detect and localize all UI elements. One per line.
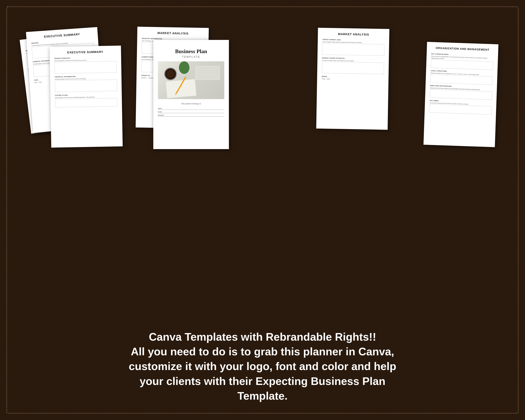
plant-decoration (179, 61, 189, 74)
business-field-row: Business (158, 114, 224, 117)
name-field-label: Name (158, 108, 169, 109)
exec-summary-title-back: EXECUTIVE SUMMARY (31, 31, 93, 39)
market2-title: MARKET ANALYSIS (323, 32, 385, 36)
cover-title-main: Business Plan (158, 48, 224, 55)
keyboard-decoration (195, 65, 220, 80)
exec-summary-title-front: EXECUTIVE SUMMARY (54, 50, 116, 54)
notebook-decoration (166, 79, 196, 98)
belongs-text: This planner belongs to (158, 103, 224, 105)
bottom-line1: Canva Templates with Rebrandable Rights!… (149, 331, 376, 343)
cover-title-sub: TEMPLATE (158, 56, 224, 58)
cover-image-area (158, 61, 224, 99)
bottom-line5: Template. (237, 390, 288, 402)
bottom-text: Canva Templates with Rebrandable Rights!… (13, 329, 512, 403)
bottom-line4: your clients with their Expecting Busine… (140, 375, 385, 387)
business-plan-cover: Business Plan TEMPLATE This planner belo… (153, 40, 229, 149)
name-field-row: Name (158, 108, 224, 110)
documents-area: EXECUTIVE SUMMARY MISSION: A brief state… (13, 13, 512, 243)
business-field-label: Business (158, 114, 169, 116)
org-management: ORGANIZATION AND MANAGEMENT KEY STAKEHOL… (423, 42, 498, 147)
org-title: ORGANIZATION AND MANAGEMENT (431, 46, 494, 52)
market-title-back: MARKET ANALYSIS (142, 31, 204, 35)
bottom-text-area: Canva Templates with Rebrandable Rights!… (13, 329, 512, 403)
email-field-label: Email (158, 111, 169, 112)
barriers-text: Thing... regul... (322, 78, 384, 81)
email-field-row: Email (158, 111, 224, 113)
market-analysis-2: MARKET ANALYSIS TARGET MARKET SIZE: Amou… (316, 28, 389, 130)
coffee-decoration (164, 68, 177, 80)
exec-summary-front: EXECUTIVE SUMMARY PRODUCT/SERVICE: Short… (50, 46, 123, 148)
bottom-line2: All you need to do is to grab this plann… (131, 345, 394, 358)
bottom-line3: customize it with your logo, font and co… (129, 360, 396, 372)
